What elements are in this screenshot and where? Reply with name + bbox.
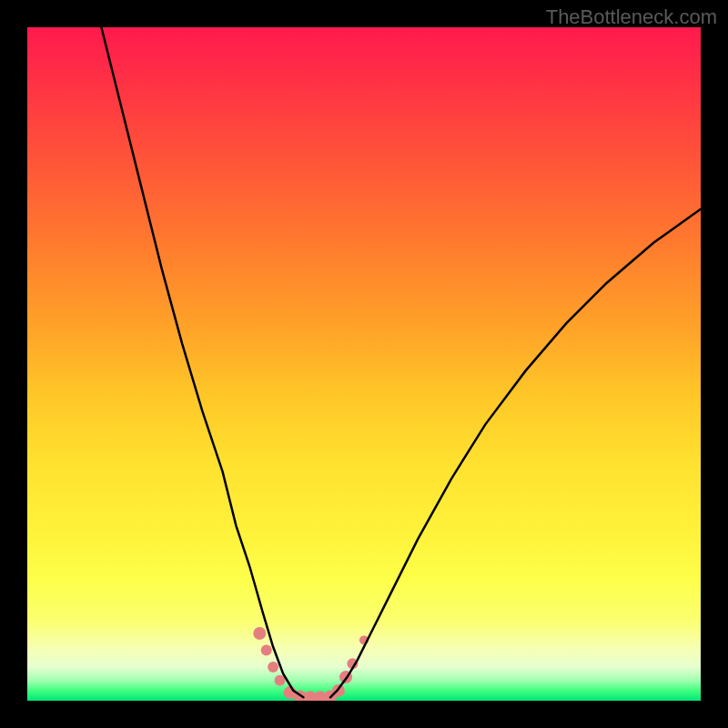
highlight-marker xyxy=(261,645,272,656)
highlight-marker xyxy=(268,662,278,672)
watermark-text: TheBottleneck.com xyxy=(546,5,717,29)
right-curve-line xyxy=(330,209,701,698)
chart-plot-area xyxy=(27,27,701,701)
left-curve-line xyxy=(101,27,303,697)
chart-svg xyxy=(27,27,701,701)
highlight-marker xyxy=(253,627,266,640)
